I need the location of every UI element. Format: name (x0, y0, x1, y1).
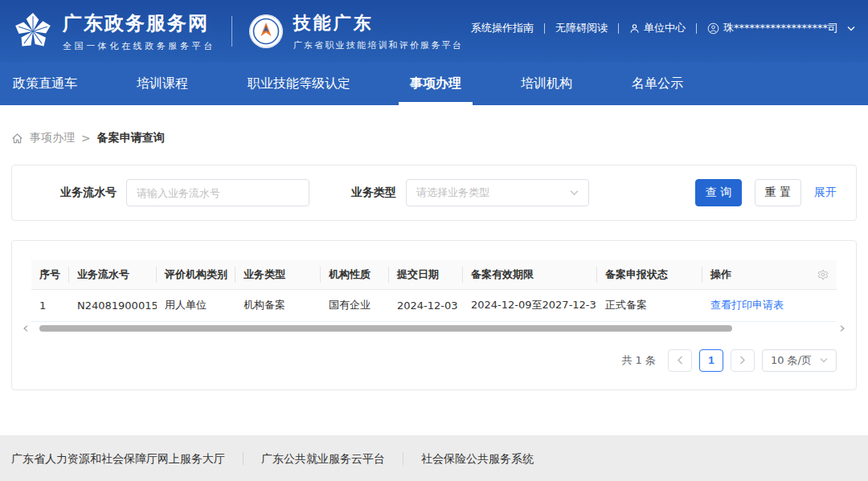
business-type-label: 业务类型 (351, 185, 396, 200)
breadcrumb-parent[interactable]: 事项办理 (30, 131, 75, 145)
business-type-placeholder: 请选择业务类型 (416, 185, 489, 200)
results-table: 序号 业务流水号 评价机构类别 业务类型 机构性质 提交日期 备案有效期限 备案… (31, 260, 837, 322)
breadcrumb: 事项办理 > 备案申请查询 (11, 131, 857, 145)
reset-button[interactable]: 重 置 (755, 179, 801, 206)
username-text: 珠******************司 (723, 21, 838, 35)
top-link-separator (618, 23, 619, 34)
table-row: 1 N240819000158 用人单位 机构备案 国有企业 2024-12-0… (31, 289, 837, 321)
nav-item-matter-handling[interactable]: 事项办理 (399, 63, 473, 105)
column-settings-gear-icon[interactable] (817, 269, 829, 280)
unit-center-link[interactable]: 单位中心 (629, 21, 686, 35)
accessibility-label: 无障碍阅读 (555, 21, 608, 35)
prev-page-button[interactable] (668, 349, 692, 372)
view-print-application-link[interactable]: 查看打印申请表 (710, 299, 784, 311)
platform-subtitle: 广东省职业技能培训和评价服务平台 (293, 39, 463, 51)
footer-link-social-insurance[interactable]: 社会保险公共服务系统 (403, 452, 551, 465)
gov-site-brand: 广东政务服务网 全国一体化在线政务服务平台 (13, 10, 215, 52)
col-header-serial: 业务流水号 (69, 260, 157, 289)
cell-status: 正式备案 (597, 289, 702, 321)
search-panel: 业务流水号 业务类型 请选择业务类型 查 询 重 置 展开 (11, 165, 857, 221)
site-subtitle: 全国一体化在线政务服务平台 (63, 40, 215, 52)
cell-submit-date: 2024-12-03 (389, 289, 463, 321)
pagination-total: 共 1 条 (621, 353, 656, 368)
scrollbar-track[interactable] (31, 324, 837, 332)
expand-link[interactable]: 展开 (814, 185, 837, 200)
cell-valid-period: 2024-12-09至2027-12-31 (463, 289, 597, 321)
query-button[interactable]: 查 询 (695, 179, 742, 206)
cell-evaluator-category: 用人单位 (157, 289, 235, 321)
home-icon[interactable] (11, 132, 23, 145)
serial-number-input[interactable] (126, 179, 309, 206)
top-utility-links: 系统操作指南 无障碍阅读 单位中心 珠******************司 (471, 21, 855, 35)
accessibility-link[interactable]: 无障碍阅读 (555, 21, 608, 35)
unit-center-label: 单位中心 (644, 21, 686, 35)
footer: 广东省人力资源和社会保障厅网上服务大厅 广东公共就业服务云平台 社会保险公共服务… (0, 435, 868, 481)
system-guide-label: 系统操作指南 (471, 21, 534, 35)
top-link-separator (696, 23, 697, 34)
top-link-separator (544, 23, 545, 34)
col-header-action: 操作 (702, 260, 837, 289)
col-header-valid-period: 备案有效期限 (463, 260, 597, 289)
results-panel: 序号 业务流水号 评价机构类别 业务类型 机构性质 提交日期 备案有效期限 备案… (11, 240, 857, 390)
page-size-select[interactable]: 10 条/页 (762, 349, 837, 372)
table-header-row: 序号 业务流水号 评价机构类别 业务类型 机构性质 提交日期 备案有效期限 备案… (31, 260, 837, 289)
scrollbar-thumb[interactable] (39, 325, 732, 332)
business-type-select[interactable]: 请选择业务类型 (406, 179, 589, 206)
footer-link-employment-cloud[interactable]: 广东公共就业服务云平台 (244, 452, 403, 465)
main-navigation: 政策直通车 培训课程 职业技能等级认定 事项办理 培训机构 名单公示 (0, 63, 868, 105)
gov-pinwheel-logo-icon (13, 11, 53, 51)
serial-number-field-group: 业务流水号 (60, 179, 309, 206)
cell-business-type: 机构备案 (235, 289, 321, 321)
breadcrumb-current: 备案申请查询 (97, 131, 165, 145)
nav-item-policy-express[interactable]: 政策直通车 (13, 63, 88, 105)
nav-item-training-courses[interactable]: 培训课程 (125, 63, 199, 105)
search-actions: 查 询 重 置 展开 (695, 179, 837, 206)
col-header-submit-date: 提交日期 (389, 260, 463, 289)
nav-item-training-institutions[interactable]: 培训机构 (510, 63, 583, 105)
col-header-business-type: 业务类型 (235, 260, 321, 289)
brand-divider (231, 16, 232, 47)
platform-badge-icon (248, 14, 284, 49)
chevron-down-icon (847, 26, 855, 31)
scroll-left-arrow-icon[interactable] (20, 325, 31, 332)
chevron-down-icon (570, 190, 579, 196)
user-circle-icon (707, 22, 719, 35)
business-type-field-group: 业务类型 请选择业务类型 (351, 179, 589, 206)
col-header-index: 序号 (31, 260, 69, 289)
pagination: 共 1 条 1 10 条/页 (31, 349, 837, 372)
person-icon (629, 23, 640, 34)
cell-index: 1 (31, 289, 69, 321)
user-account-menu[interactable]: 珠******************司 (707, 21, 855, 35)
col-header-status: 备案申报状态 (597, 260, 702, 289)
footer-link-hrss-hall[interactable]: 广东省人力资源和社会保障厅网上服务大厅 (11, 452, 244, 465)
serial-number-label: 业务流水号 (60, 185, 117, 200)
site-title: 广东政务服务网 (63, 10, 215, 36)
system-guide-link[interactable]: 系统操作指南 (471, 21, 534, 35)
nav-item-public-list[interactable]: 名单公示 (620, 63, 694, 105)
horizontal-scrollbar (20, 324, 848, 333)
nav-item-skill-level-certification[interactable]: 职业技能等级认定 (236, 63, 362, 105)
page-number-button[interactable]: 1 (699, 349, 723, 372)
chevron-down-icon (820, 357, 828, 363)
cell-serial: N240819000158 (69, 289, 157, 321)
platform-title: 技能广东 (293, 11, 463, 35)
platform-brand: 技能广东 广东省职业技能培训和评价服务平台 (248, 11, 463, 51)
top-header: 广东政务服务网 全国一体化在线政务服务平台 技能广东 广东省职业技能培训和评价服… (0, 0, 868, 63)
page-content: 事项办理 > 备案申请查询 业务流水号 业务类型 请选择业务类型 查 询 重 置… (0, 105, 868, 435)
col-header-evaluator-category: 评价机构类别 (157, 260, 235, 289)
next-page-button[interactable] (731, 349, 755, 372)
cell-action: 查看打印申请表 (702, 289, 837, 321)
page-size-value: 10 条/页 (771, 353, 812, 368)
scroll-right-arrow-icon[interactable] (837, 325, 848, 332)
breadcrumb-separator: > (81, 132, 91, 145)
col-header-org-nature: 机构性质 (321, 260, 389, 289)
col-header-action-label: 操作 (710, 268, 731, 280)
cell-org-nature: 国有企业 (321, 289, 389, 321)
